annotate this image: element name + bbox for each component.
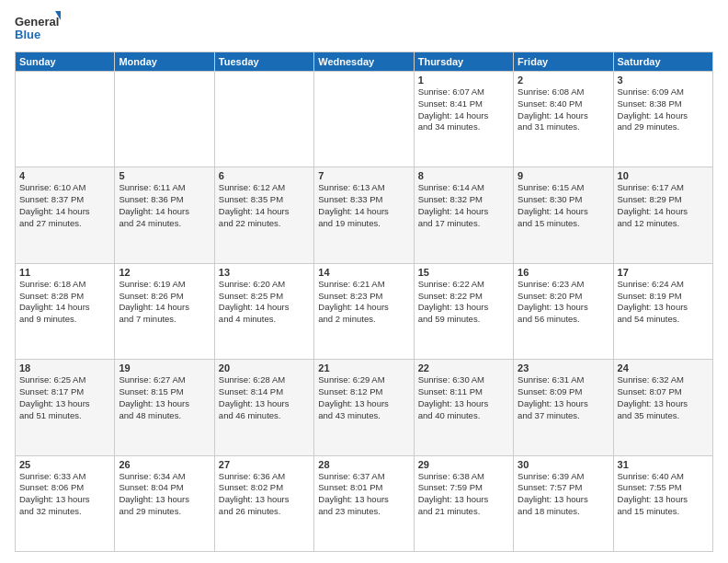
day-number: 30 — [518, 459, 609, 470]
day-info-line: and 24 minutes. — [119, 218, 210, 230]
calendar-cell: 29Sunrise: 6:38 AMSunset: 7:59 PMDayligh… — [414, 455, 513, 551]
week-row-3: 11Sunrise: 6:18 AMSunset: 8:28 PMDayligh… — [16, 263, 713, 359]
day-number: 7 — [318, 170, 409, 181]
weekday-header-thursday: Thursday — [414, 52, 513, 72]
day-info-line: and 27 minutes. — [19, 218, 110, 230]
day-number: 17 — [618, 267, 709, 278]
calendar-cell: 23Sunrise: 6:31 AMSunset: 8:09 PMDayligh… — [514, 360, 613, 455]
calendar-cell: 17Sunrise: 6:24 AMSunset: 8:19 PMDayligh… — [613, 263, 712, 359]
calendar-cell — [214, 72, 313, 167]
day-info-line: and 54 minutes. — [618, 314, 709, 326]
day-info-line: Sunset: 8:01 PM — [318, 482, 409, 494]
week-row-2: 4Sunrise: 6:10 AMSunset: 8:37 PMDaylight… — [16, 167, 713, 263]
day-info-line: Sunrise: 6:21 AM — [318, 279, 409, 291]
day-info-line: Sunrise: 6:15 AM — [518, 182, 609, 194]
day-info-line: Sunrise: 6:07 AM — [418, 86, 509, 98]
logo: General Blue — [15, 11, 61, 46]
day-number: 6 — [219, 170, 310, 181]
day-number: 14 — [318, 267, 409, 278]
day-info-line: Daylight: 13 hours — [219, 398, 310, 410]
day-number: 29 — [418, 459, 509, 470]
logo-svg: General Blue — [15, 11, 61, 46]
day-info-line: Sunrise: 6:19 AM — [119, 279, 210, 291]
day-info-line: and 22 minutes. — [219, 218, 310, 230]
day-info-line: Sunset: 8:30 PM — [518, 194, 609, 206]
day-info-line: Sunrise: 6:20 AM — [219, 279, 310, 291]
day-info-line: Sunrise: 6:23 AM — [518, 279, 609, 291]
day-number: 2 — [518, 75, 609, 86]
day-info-line: Sunset: 8:07 PM — [618, 386, 709, 398]
day-info-line: and 19 minutes. — [318, 218, 409, 230]
calendar-cell: 20Sunrise: 6:28 AMSunset: 8:14 PMDayligh… — [214, 360, 313, 455]
day-info-line: and 46 minutes. — [219, 410, 310, 422]
day-number: 15 — [418, 267, 509, 278]
day-info-line: Sunset: 8:22 PM — [418, 291, 509, 303]
day-info-line: Daylight: 13 hours — [318, 398, 409, 410]
weekday-header-row: SundayMondayTuesdayWednesdayThursdayFrid… — [16, 52, 713, 72]
day-number: 18 — [19, 362, 110, 373]
weekday-header-sunday: Sunday — [16, 52, 115, 72]
calendar-cell — [314, 72, 414, 167]
day-info-line: Sunset: 8:35 PM — [219, 194, 310, 206]
day-info-line: Sunrise: 6:10 AM — [19, 182, 110, 194]
day-info-line: Daylight: 14 hours — [518, 110, 609, 122]
weekday-header-monday: Monday — [115, 52, 214, 72]
day-info-line: Daylight: 13 hours — [19, 494, 110, 506]
day-info-line: and 43 minutes. — [318, 410, 409, 422]
day-info-line: Daylight: 14 hours — [19, 302, 110, 314]
day-info-line: Sunrise: 6:17 AM — [618, 182, 709, 194]
day-info-line: Daylight: 14 hours — [618, 206, 709, 218]
day-info-line: Sunrise: 6:34 AM — [119, 471, 210, 483]
day-info-line: Daylight: 14 hours — [19, 206, 110, 218]
day-info-line: Daylight: 14 hours — [119, 206, 210, 218]
day-info-line: and 15 minutes. — [518, 218, 609, 230]
day-info-line: Sunrise: 6:09 AM — [618, 86, 709, 98]
day-info-line: Daylight: 14 hours — [418, 206, 509, 218]
day-number: 27 — [219, 459, 310, 470]
calendar-cell — [115, 72, 214, 167]
day-info-line: Sunrise: 6:32 AM — [618, 374, 709, 386]
day-info-line: Daylight: 14 hours — [219, 206, 310, 218]
day-info-line: Sunset: 8:29 PM — [618, 194, 709, 206]
day-info-line: Sunrise: 6:30 AM — [418, 374, 509, 386]
day-info-line: Sunset: 8:36 PM — [119, 194, 210, 206]
day-number: 1 — [418, 75, 509, 86]
day-number: 31 — [618, 459, 709, 470]
day-number: 12 — [119, 267, 210, 278]
day-info-line: Daylight: 14 hours — [518, 206, 609, 218]
calendar-cell: 13Sunrise: 6:20 AMSunset: 8:25 PMDayligh… — [214, 263, 313, 359]
day-info-line: and 9 minutes. — [19, 314, 110, 326]
day-info-line: Sunrise: 6:39 AM — [518, 471, 609, 483]
day-info-line: Daylight: 13 hours — [618, 494, 709, 506]
day-info-line: Daylight: 14 hours — [119, 302, 210, 314]
day-number: 11 — [19, 267, 110, 278]
day-info-line: and 18 minutes. — [518, 506, 609, 518]
day-info-line: Sunset: 8:23 PM — [318, 291, 409, 303]
day-number: 26 — [119, 459, 210, 470]
day-info-line: Sunrise: 6:36 AM — [219, 471, 310, 483]
day-info-line: and 29 minutes. — [618, 121, 709, 133]
day-info-line: Daylight: 13 hours — [518, 302, 609, 314]
day-info-line: Sunrise: 6:14 AM — [418, 182, 509, 194]
day-info-line: Sunset: 8:37 PM — [19, 194, 110, 206]
weekday-header-friday: Friday — [514, 52, 613, 72]
calendar-cell: 25Sunrise: 6:33 AMSunset: 8:06 PMDayligh… — [16, 455, 115, 551]
day-info-line: Sunrise: 6:12 AM — [219, 182, 310, 194]
week-row-1: 1Sunrise: 6:07 AMSunset: 8:41 PMDaylight… — [16, 72, 713, 167]
calendar-cell: 30Sunrise: 6:39 AMSunset: 7:57 PMDayligh… — [514, 455, 613, 551]
day-info-line: Daylight: 14 hours — [618, 110, 709, 122]
day-info-line: and 59 minutes. — [418, 314, 509, 326]
day-number: 8 — [418, 170, 509, 181]
day-number: 23 — [518, 362, 609, 373]
day-info-line: and 37 minutes. — [518, 410, 609, 422]
calendar-cell: 21Sunrise: 6:29 AMSunset: 8:12 PMDayligh… — [314, 360, 414, 455]
calendar-cell — [16, 72, 115, 167]
day-info-line: Sunrise: 6:25 AM — [19, 374, 110, 386]
day-info-line: Daylight: 13 hours — [518, 494, 609, 506]
day-info-line: Sunset: 8:14 PM — [219, 386, 310, 398]
day-info-line: and 7 minutes. — [119, 314, 210, 326]
day-number: 24 — [618, 362, 709, 373]
day-number: 9 — [518, 170, 609, 181]
day-info-line: Sunset: 8:32 PM — [418, 194, 509, 206]
day-info-line: Sunset: 8:09 PM — [518, 386, 609, 398]
